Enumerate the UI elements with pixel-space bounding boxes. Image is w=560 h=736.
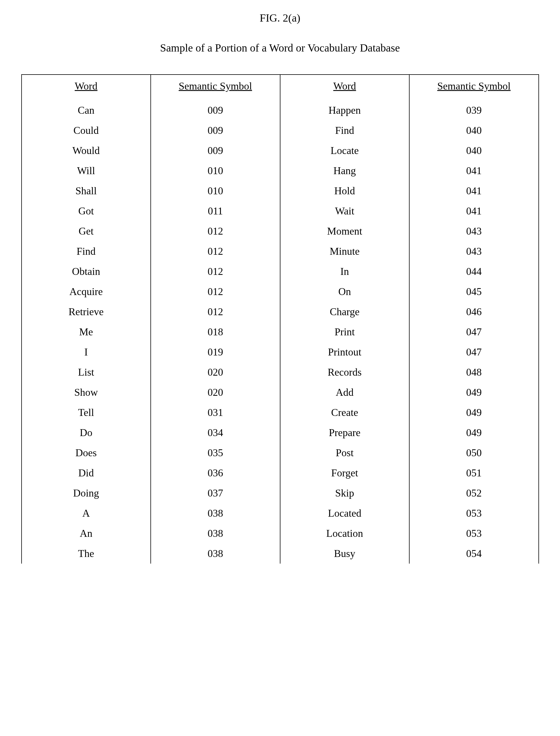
cell-symbol-right: 047 (409, 322, 539, 342)
cell-word-left: Does (22, 443, 151, 463)
cell-symbol-right: 041 (409, 181, 539, 201)
vocabulary-table: Word Semantic Symbol Word Semantic Symbo… (21, 74, 539, 564)
cell-word-left: I (22, 342, 151, 362)
table-row: Shall010Hold041 (22, 181, 539, 201)
table-row: Got011Wait041 (22, 201, 539, 221)
cell-word-right: Locate (280, 140, 410, 161)
cell-word-right: Forget (280, 463, 410, 483)
cell-symbol-right: 047 (409, 342, 539, 362)
cell-word-right: Minute (280, 241, 410, 261)
cell-word-right: Busy (280, 544, 410, 564)
table-row: Acquire012On045 (22, 281, 539, 302)
cell-symbol-right: 049 (409, 423, 539, 443)
cell-word-right: Charge (280, 302, 410, 322)
cell-word-left: Do (22, 423, 151, 443)
table-row: Find012Minute043 (22, 241, 539, 261)
table-row: Can009Happen039 (22, 100, 539, 120)
cell-symbol-right: 053 (409, 523, 539, 544)
table-row: Doing037Skip052 (22, 483, 539, 503)
cell-word-right: Create (280, 403, 410, 423)
table-row: Tell031Create049 (22, 403, 539, 423)
table-header-row: Word Semantic Symbol Word Semantic Symbo… (22, 75, 539, 100)
table-row: List020Records048 (22, 362, 539, 382)
cell-word-right: Find (280, 120, 410, 140)
cell-symbol-left: 011 (151, 201, 280, 221)
table-row: Me018Print047 (22, 322, 539, 342)
cell-word-left: Me (22, 322, 151, 342)
cell-symbol-left: 012 (151, 281, 280, 302)
table-row: The038Busy054 (22, 544, 539, 564)
cell-symbol-right: 044 (409, 261, 539, 281)
cell-symbol-left: 031 (151, 403, 280, 423)
cell-symbol-left: 010 (151, 161, 280, 181)
cell-symbol-left: 018 (151, 322, 280, 342)
cell-word-left: Did (22, 463, 151, 483)
cell-word-right: Hold (280, 181, 410, 201)
cell-symbol-left: 037 (151, 483, 280, 503)
cell-word-right: Skip (280, 483, 410, 503)
cell-symbol-left: 009 (151, 100, 280, 120)
table-row: An038Location053 (22, 523, 539, 544)
cell-symbol-left: 010 (151, 181, 280, 201)
cell-word-left: Tell (22, 403, 151, 423)
table-row: Did036Forget051 (22, 463, 539, 483)
cell-symbol-right: 050 (409, 443, 539, 463)
cell-symbol-left: 009 (151, 120, 280, 140)
table-row: Could009Find040 (22, 120, 539, 140)
cell-symbol-left: 019 (151, 342, 280, 362)
cell-word-left: An (22, 523, 151, 544)
table-row: Show020Add049 (22, 382, 539, 403)
cell-word-left: The (22, 544, 151, 564)
table-row: Get012Moment043 (22, 221, 539, 241)
cell-symbol-left: 020 (151, 382, 280, 403)
cell-word-left: Got (22, 201, 151, 221)
cell-word-left: Acquire (22, 281, 151, 302)
column-header-symbol-left: Semantic Symbol (151, 75, 280, 100)
cell-word-left: A (22, 503, 151, 523)
cell-symbol-right: 049 (409, 382, 539, 403)
cell-symbol-left: 009 (151, 140, 280, 161)
cell-symbol-left: 034 (151, 423, 280, 443)
table-row: Obtain012In044 (22, 261, 539, 281)
cell-word-left: Show (22, 382, 151, 403)
cell-word-right: Hang (280, 161, 410, 181)
cell-symbol-right: 048 (409, 362, 539, 382)
page-title: Sample of a Portion of a Word or Vocabul… (21, 41, 539, 54)
cell-symbol-left: 038 (151, 503, 280, 523)
cell-word-right: Moment (280, 221, 410, 241)
cell-symbol-left: 035 (151, 443, 280, 463)
cell-symbol-right: 040 (409, 120, 539, 140)
cell-symbol-left: 038 (151, 544, 280, 564)
cell-word-left: Can (22, 100, 151, 120)
table-row: Retrieve012Charge046 (22, 302, 539, 322)
table-row: I019Printout047 (22, 342, 539, 362)
cell-word-left: List (22, 362, 151, 382)
cell-word-right: In (280, 261, 410, 281)
cell-symbol-right: 046 (409, 302, 539, 322)
cell-word-left: Would (22, 140, 151, 161)
cell-word-right: Printout (280, 342, 410, 362)
cell-word-right: Print (280, 322, 410, 342)
figure-label: FIG. 2(a) (21, 12, 539, 24)
column-header-word-left: Word (22, 75, 151, 100)
cell-symbol-right: 043 (409, 221, 539, 241)
cell-word-left: Retrieve (22, 302, 151, 322)
table-row: Does035Post050 (22, 443, 539, 463)
cell-symbol-right: 041 (409, 201, 539, 221)
cell-symbol-right: 040 (409, 140, 539, 161)
cell-symbol-left: 038 (151, 523, 280, 544)
cell-symbol-left: 012 (151, 241, 280, 261)
cell-symbol-right: 049 (409, 403, 539, 423)
column-header-symbol-right: Semantic Symbol (409, 75, 539, 100)
table-row: A038Located053 (22, 503, 539, 523)
cell-symbol-right: 039 (409, 100, 539, 120)
document-page: FIG. 2(a) Sample of a Portion of a Word … (21, 12, 539, 564)
table-row: Would009Locate040 (22, 140, 539, 161)
cell-word-left: Obtain (22, 261, 151, 281)
cell-symbol-right: 051 (409, 463, 539, 483)
cell-word-left: Could (22, 120, 151, 140)
cell-word-right: On (280, 281, 410, 302)
column-header-word-right: Word (280, 75, 410, 100)
cell-word-right: Located (280, 503, 410, 523)
cell-word-right: Post (280, 443, 410, 463)
